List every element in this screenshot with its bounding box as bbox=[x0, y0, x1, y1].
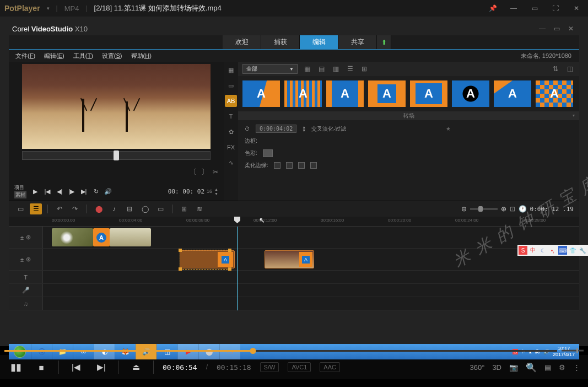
lib-tool-4-icon[interactable]: ☰ bbox=[345, 64, 355, 74]
track-header[interactable]: T bbox=[9, 271, 43, 283]
ime-punct-icon[interactable]: •, bbox=[548, 246, 557, 255]
menu-settings[interactable]: 设置(S) bbox=[98, 52, 127, 60]
track-body[interactable] bbox=[43, 271, 579, 283]
clip-orange[interactable]: A bbox=[180, 250, 235, 268]
play-icon[interactable]: ▶ bbox=[30, 186, 41, 197]
transition-thumb[interactable]: A bbox=[452, 80, 489, 107]
soft-option[interactable] bbox=[298, 162, 305, 169]
step-fwd-icon[interactable]: |▶ bbox=[66, 186, 77, 197]
favorite-star-icon[interactable]: ★ bbox=[446, 126, 451, 132]
lib-graphic-icon[interactable]: ✿ bbox=[225, 126, 237, 138]
lib-transition-icon[interactable]: AB bbox=[225, 95, 237, 107]
ime-lang-icon[interactable]: 中 bbox=[528, 246, 537, 255]
timeline-ruler[interactable]: 00:00:00.00 00:00:04:00 00:00:08:00 00:0… bbox=[9, 217, 579, 227]
menu-help[interactable]: 帮助(H) bbox=[127, 52, 156, 60]
sogou-icon[interactable]: S bbox=[519, 246, 527, 255]
color-swatch[interactable] bbox=[263, 149, 273, 157]
track-body[interactable] bbox=[43, 284, 579, 297]
library-category-dropdown[interactable]: 全部▼ bbox=[242, 64, 298, 74]
lib-tool-5-icon[interactable]: ⊞ bbox=[359, 64, 369, 74]
tab-share[interactable]: 共享 bbox=[338, 35, 377, 49]
soft-option[interactable] bbox=[286, 162, 293, 169]
volume-slider[interactable] bbox=[562, 350, 584, 352]
track-header[interactable]: 🎤 bbox=[9, 284, 43, 297]
playhead[interactable] bbox=[237, 227, 238, 310]
volume-icon[interactable]: 🔊 bbox=[103, 186, 114, 197]
pause-button[interactable]: ▮▮ bbox=[8, 359, 24, 375]
ime-tool-icon[interactable]: 🔧 bbox=[578, 246, 587, 255]
mark-brackets-icon[interactable]: 〔 〕 bbox=[190, 167, 209, 177]
tl-redo-icon[interactable]: ↷ bbox=[69, 203, 81, 214]
clip-desert[interactable]: A bbox=[265, 250, 314, 268]
lib-sort-icon[interactable]: ⇅ bbox=[551, 64, 560, 74]
vs-minimize-icon[interactable]: — bbox=[537, 25, 547, 33]
tab-export-icon[interactable]: ⬆ bbox=[377, 35, 391, 49]
tl-mixer-icon[interactable]: ♪ bbox=[108, 203, 120, 214]
transition-thumb[interactable]: A bbox=[410, 80, 447, 107]
acodec-badge[interactable]: AAC bbox=[320, 362, 340, 372]
track-body[interactable] bbox=[43, 297, 579, 310]
zoom-slider[interactable] bbox=[470, 208, 498, 210]
ime-moon-icon[interactable]: ☾ bbox=[538, 246, 547, 255]
transition-thumb[interactable]: A bbox=[326, 80, 364, 107]
tl-markers-icon[interactable]: ▭ bbox=[154, 203, 166, 214]
track-header[interactable]: ±⊛ bbox=[9, 249, 43, 270]
lib-title-icon[interactable]: T bbox=[225, 110, 237, 122]
goto-end-icon[interactable]: ▶| bbox=[78, 186, 89, 197]
goto-start-icon[interactable]: |◀ bbox=[42, 186, 53, 197]
scrubber-handle[interactable] bbox=[114, 150, 119, 160]
tab-welcome[interactable]: 欢迎 bbox=[223, 35, 261, 49]
prev-button[interactable]: |◀ bbox=[68, 359, 84, 375]
menu-icon[interactable]: ⋮ bbox=[573, 363, 580, 372]
lib-media-icon[interactable]: ▦ bbox=[225, 64, 237, 76]
playlist-icon[interactable]: ▤ bbox=[544, 363, 551, 372]
tab-edit[interactable]: 编辑 bbox=[300, 35, 338, 49]
zoom-in-icon[interactable]: ⊕ bbox=[501, 205, 506, 213]
track-header[interactable]: ♫ bbox=[9, 297, 43, 310]
potplayer-name[interactable]: PotPlayer bbox=[4, 4, 40, 13]
fullscreen-icon[interactable]: ⛶ bbox=[548, 3, 563, 14]
eject-button[interactable]: ⏏ bbox=[128, 359, 144, 375]
chevron-down-icon[interactable]: ▾ bbox=[47, 6, 50, 11]
library-section-header[interactable]: 转场 bbox=[238, 111, 579, 120]
preview-viewport[interactable] bbox=[22, 64, 211, 149]
ime-skin-icon[interactable]: 👕 bbox=[568, 246, 577, 255]
lib-tool-1-icon[interactable]: ▦ bbox=[302, 64, 312, 74]
soft-option[interactable] bbox=[274, 162, 280, 169]
transition-thumb[interactable]: A bbox=[242, 80, 280, 107]
vs-close-icon[interactable]: ✕ bbox=[566, 25, 576, 33]
transition-thumb[interactable]: A bbox=[494, 80, 531, 107]
track-header[interactable]: ±⊛ bbox=[9, 227, 43, 248]
zoom-out-icon[interactable]: ⊖ bbox=[461, 205, 467, 213]
tl-motion-icon[interactable]: ≋ bbox=[193, 203, 206, 214]
track-body[interactable]: A bbox=[43, 227, 579, 248]
track-body[interactable]: A A bbox=[43, 249, 579, 270]
tl-timeline-icon[interactable]: ☰ bbox=[30, 203, 42, 214]
maximize-icon[interactable]: ▭ bbox=[527, 3, 542, 14]
tl-track-icon[interactable]: ◯ bbox=[139, 203, 151, 214]
stop-button[interactable]: ■ bbox=[33, 359, 50, 375]
duration-stepper[interactable]: ▲▼ bbox=[302, 126, 306, 132]
vr-icon[interactable]: 360° bbox=[470, 363, 484, 372]
tl-record-icon[interactable]: ⬤ bbox=[93, 203, 105, 214]
pin-icon[interactable]: 📌 bbox=[485, 3, 500, 14]
tl-undo-icon[interactable]: ↶ bbox=[53, 203, 66, 214]
lib-view-icon[interactable]: ◫ bbox=[565, 64, 575, 74]
timecode-stepper[interactable]: ▲▼ bbox=[214, 187, 218, 196]
soft-option[interactable] bbox=[310, 162, 317, 169]
lib-template-icon[interactable]: ▭ bbox=[225, 79, 237, 92]
minimize-icon[interactable]: — bbox=[506, 3, 521, 14]
search-icon[interactable]: 🔍 bbox=[526, 362, 537, 373]
menu-tools[interactable]: 工具(T) bbox=[69, 52, 98, 60]
clip-trees[interactable] bbox=[110, 228, 151, 246]
next-button[interactable]: ▶| bbox=[93, 359, 110, 375]
tab-capture[interactable]: 捕获 bbox=[261, 35, 300, 49]
loop-icon[interactable]: ↻ bbox=[90, 186, 101, 197]
tl-autodetect-icon[interactable]: ⊟ bbox=[123, 203, 136, 214]
lib-tool-2-icon[interactable]: ▤ bbox=[316, 64, 326, 74]
lib-path-icon[interactable]: ∿ bbox=[225, 157, 237, 169]
tl-storyboard-icon[interactable]: ▭ bbox=[14, 203, 26, 214]
vs-maximize-icon[interactable]: ▭ bbox=[552, 25, 562, 33]
close-icon[interactable]: ✕ bbox=[569, 3, 584, 14]
lib-filter-icon[interactable]: FX bbox=[225, 141, 237, 153]
